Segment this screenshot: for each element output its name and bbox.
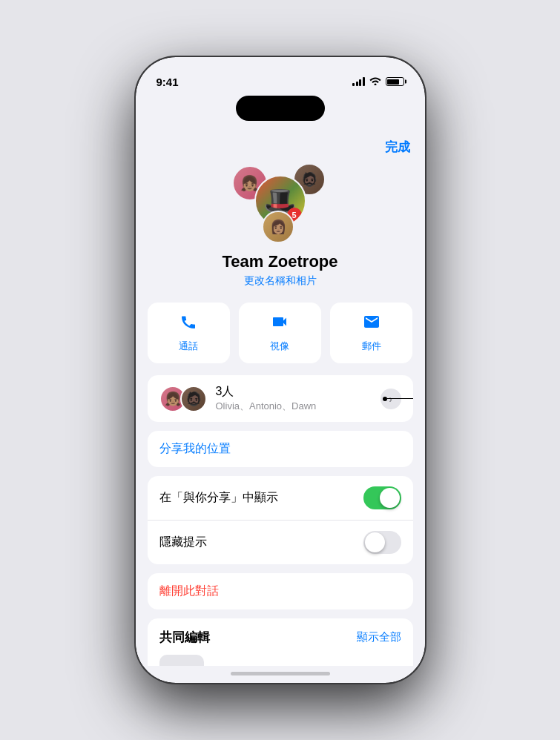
group-header: 🎩 5 👧🏽 🧔🏿 👩🏽 xyxy=(136,162,425,303)
leave-text: 離開此對話 xyxy=(159,584,219,597)
share-location-text: 分享我的位置 xyxy=(159,442,231,455)
phone-screen: 9:41 xyxy=(136,57,425,683)
member-avatar-antonio: 🧔🏿 xyxy=(180,386,207,412)
video-label: 視像 xyxy=(270,340,289,353)
status-time: 9:41 xyxy=(157,76,179,88)
hide-alerts-toggle[interactable] xyxy=(363,531,401,554)
call-button[interactable]: 通話 xyxy=(148,303,230,363)
video-button[interactable]: 視像 xyxy=(239,303,321,363)
mail-icon xyxy=(363,313,381,335)
main-sheet: 完成 🎩 5 👧🏽 xyxy=(136,127,425,666)
done-row: 完成 xyxy=(136,127,425,162)
home-indicator xyxy=(231,672,330,675)
mail-button[interactable]: 郵件 xyxy=(330,303,412,363)
member-avatars: 👧🏽 🧔🏿 xyxy=(159,386,207,412)
members-count: 3人 xyxy=(216,384,381,400)
change-name-link[interactable]: 更改名稱和相片 xyxy=(244,274,317,288)
status-icons xyxy=(352,76,404,87)
video-icon xyxy=(271,313,289,335)
collaboration-section: 共同編輯 顯示全部 xyxy=(148,618,413,666)
collab-title: 共同編輯 xyxy=(159,629,210,646)
collab-item-thumbnail xyxy=(159,655,204,666)
avatar-dawn: 👩🏽 xyxy=(262,211,294,243)
leave-section: 離開此對話 xyxy=(148,573,413,609)
hide-alerts-row: 隱藏提示 xyxy=(148,520,413,564)
collab-header: 共同編輯 顯示全部 xyxy=(159,629,401,646)
mail-label: 郵件 xyxy=(362,340,381,353)
members-chevron-button[interactable]: › xyxy=(381,389,401,409)
page-wrapper: 9:41 xyxy=(0,0,560,740)
done-button[interactable]: 完成 xyxy=(385,139,410,156)
avatar-cluster: 🎩 5 👧🏽 🧔🏿 👩🏽 xyxy=(232,162,329,243)
wifi-icon xyxy=(369,76,381,87)
share-location-row[interactable]: 分享我的位置 xyxy=(148,431,413,467)
signal-icon xyxy=(352,77,365,86)
members-info: 3人 Olivia、Antonio、Dawn xyxy=(216,384,381,413)
group-name: Team Zoetrope xyxy=(222,252,337,271)
collab-show-all-button[interactable]: 顯示全部 xyxy=(357,630,401,644)
battery-icon xyxy=(386,77,404,86)
show-in-shared-label: 在「與你分享」中顯示 xyxy=(159,490,363,506)
toggle-thumb-on xyxy=(380,488,400,508)
dynamic-island xyxy=(236,96,325,121)
show-in-shared-toggle[interactable] xyxy=(363,486,401,509)
status-bar: 9:41 xyxy=(136,57,425,96)
members-section: 👧🏽 🧔🏿 3人 Olivia、Antonio、Dawn › xyxy=(148,375,413,422)
battery-fill xyxy=(387,79,399,85)
call-icon xyxy=(179,313,197,335)
show-in-shared-row: 在「與你分享」中顯示 xyxy=(148,476,413,520)
hide-alerts-label: 隱藏提示 xyxy=(159,535,363,550)
leave-conversation-button[interactable]: 離開此對話 xyxy=(148,573,413,609)
members-row[interactable]: 👧🏽 🧔🏿 3人 Olivia、Antonio、Dawn › xyxy=(148,375,413,422)
toggle-thumb-off xyxy=(365,532,385,552)
share-location-section: 分享我的位置 xyxy=(148,431,413,467)
action-buttons-row: 通話 視像 郵件 xyxy=(136,303,425,375)
toggle-section: 在「與你分享」中顯示 隱藏提示 xyxy=(148,476,413,564)
call-label: 通話 xyxy=(179,340,198,353)
members-names: Olivia、Antonio、Dawn xyxy=(216,400,381,413)
phone-shell: 9:41 xyxy=(136,57,425,683)
